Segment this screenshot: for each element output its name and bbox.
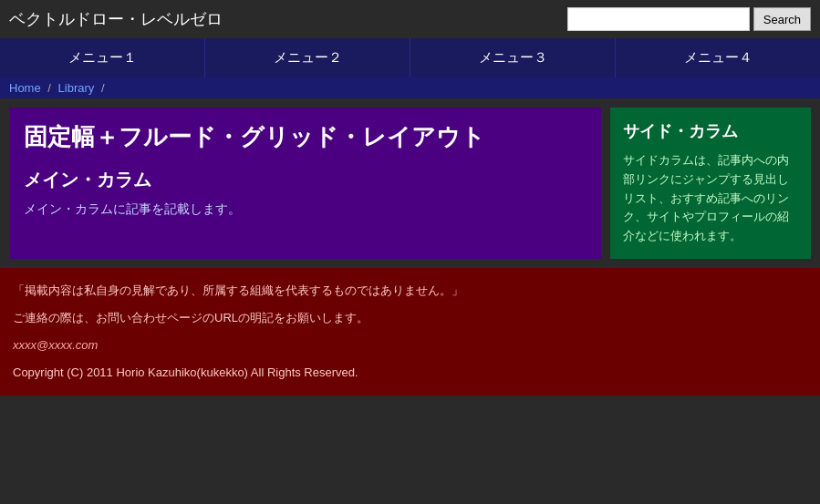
main-column: 固定幅＋フルード・グリッド・レイアウト メイン・カラム メイン・カラムに記事を記… [9, 108, 601, 259]
footer-copyright: Copyright (C) 2011 Horio Kazuhiko(kukekk… [13, 361, 807, 385]
nav: メニュー１ メニュー２ メニュー３ メニュー４ [0, 38, 820, 77]
side-text: サイドカラムは、記事内への内部リンクにジャンプする見出しリスト、おすすめ記事への… [623, 151, 798, 246]
search-button[interactable]: Search [753, 7, 811, 31]
nav-item-3[interactable]: メニュー３ [410, 38, 616, 77]
side-heading: サイド・カラム [623, 120, 798, 142]
header: ベクトルドロー・レベルゼロ Search [0, 0, 820, 38]
search-input[interactable] [567, 7, 750, 31]
footer-email: xxxx@xxxx.com [13, 334, 807, 357]
nav-item-4[interactable]: メニュー４ [616, 38, 820, 77]
breadcrumb-home[interactable]: Home [9, 81, 41, 95]
search-form: Search [567, 7, 811, 31]
breadcrumb-separator-2: / [101, 81, 105, 95]
content-area: 固定幅＋フルード・グリッド・レイアウト メイン・カラム メイン・カラムに記事を記… [0, 98, 820, 268]
breadcrumb: Home / Library / [0, 77, 820, 98]
footer-disclaimer: 「掲載内容は私自身の見解であり、所属する組織を代表するものではありません。」 [13, 279, 807, 303]
breadcrumb-separator-1: / [47, 81, 51, 95]
nav-item-2[interactable]: メニュー２ [205, 38, 410, 77]
side-column: サイド・カラム サイドカラムは、記事内への内部リンクにジャンプする見出しリスト、… [610, 108, 811, 259]
main-heading: 固定幅＋フルード・グリッド・レイアウト [24, 122, 586, 153]
footer-contact: ご連絡の際は、お問い合わせページのURLの明記をお願いします。 [13, 306, 807, 330]
main-text: メイン・カラムに記事を記載します。 [24, 201, 586, 218]
main-subheading: メイン・カラム [24, 168, 586, 192]
footer: 「掲載内容は私自身の見解であり、所属する組織を代表するものではありません。」 ご… [0, 268, 820, 396]
nav-item-1[interactable]: メニュー１ [0, 38, 205, 77]
breadcrumb-library[interactable]: Library [58, 81, 95, 95]
site-title: ベクトルドロー・レベルゼロ [9, 8, 223, 30]
